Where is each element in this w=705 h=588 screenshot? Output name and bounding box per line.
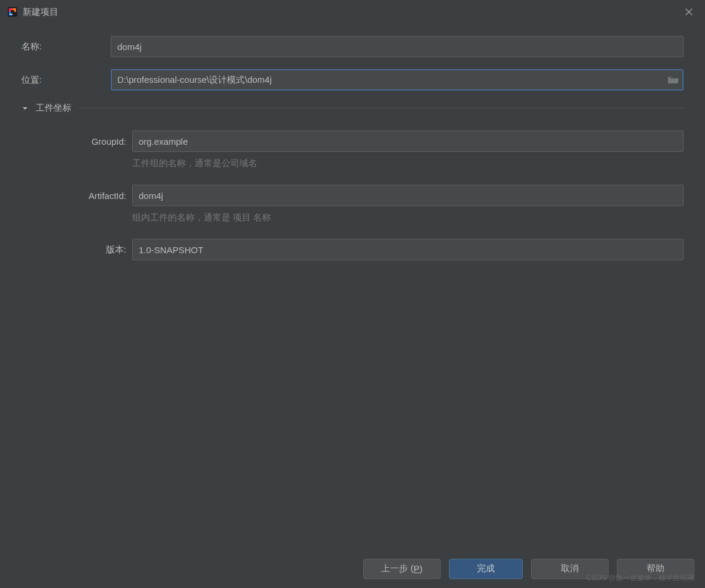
section-title: 工件坐标 xyxy=(36,102,71,114)
version-label: 版本: xyxy=(21,244,132,256)
section-divider xyxy=(79,108,684,108)
cancel-label: 取消 xyxy=(561,563,579,574)
chevron-down-icon xyxy=(21,105,36,112)
dialog-body: 名称: 位置: 工件坐标 xyxy=(0,24,705,549)
artifactid-label: ArtifactId: xyxy=(21,191,132,201)
version-block: 版本: xyxy=(21,239,684,260)
previous-mnemonic: P xyxy=(414,564,420,574)
groupid-hint: 工件组的名称，通常是公司域名 xyxy=(132,158,684,169)
name-input[interactable] xyxy=(111,36,684,57)
previous-label-suffix: ) xyxy=(420,564,423,574)
folder-open-icon xyxy=(667,74,680,85)
groupid-label: GroupId: xyxy=(21,136,132,147)
artifactid-input[interactable] xyxy=(132,185,684,206)
close-icon xyxy=(685,8,693,16)
new-project-dialog: 新建项目 名称: 位置: xyxy=(0,0,705,588)
close-button[interactable] xyxy=(680,3,698,21)
location-row: 位置: xyxy=(21,69,684,91)
window-title: 新建项目 xyxy=(23,7,58,18)
name-label: 名称: xyxy=(21,41,111,52)
location-label: 位置: xyxy=(21,74,111,86)
previous-button[interactable]: 上一步 (P) xyxy=(363,559,441,579)
finish-label: 完成 xyxy=(477,563,495,574)
groupid-input[interactable] xyxy=(132,130,684,152)
location-input[interactable] xyxy=(111,69,684,91)
finish-button[interactable]: 完成 xyxy=(449,559,523,579)
titlebar: 新建项目 xyxy=(0,0,705,24)
browse-folder-button[interactable] xyxy=(667,74,680,85)
version-input[interactable] xyxy=(132,239,684,260)
help-label: 帮助 xyxy=(647,563,665,574)
artifact-coordinates-header[interactable]: 工件坐标 xyxy=(21,102,684,114)
artifactid-hint: 组内工件的名称，通常是 项目 名称 xyxy=(132,212,684,223)
artifactid-block: ArtifactId: 组内工件的名称，通常是 项目 名称 xyxy=(21,185,684,237)
previous-label-prefix: 上一步 ( xyxy=(381,563,413,574)
help-button[interactable]: 帮助 xyxy=(617,559,694,579)
groupid-block: GroupId: 工件组的名称，通常是公司域名 xyxy=(21,130,684,182)
svg-rect-1 xyxy=(10,14,13,14)
intellij-idea-icon xyxy=(7,7,18,17)
name-row: 名称: xyxy=(21,36,684,57)
cancel-button[interactable]: 取消 xyxy=(531,559,609,579)
dialog-footer: 上一步 (P) 完成 取消 帮助 xyxy=(0,549,705,588)
